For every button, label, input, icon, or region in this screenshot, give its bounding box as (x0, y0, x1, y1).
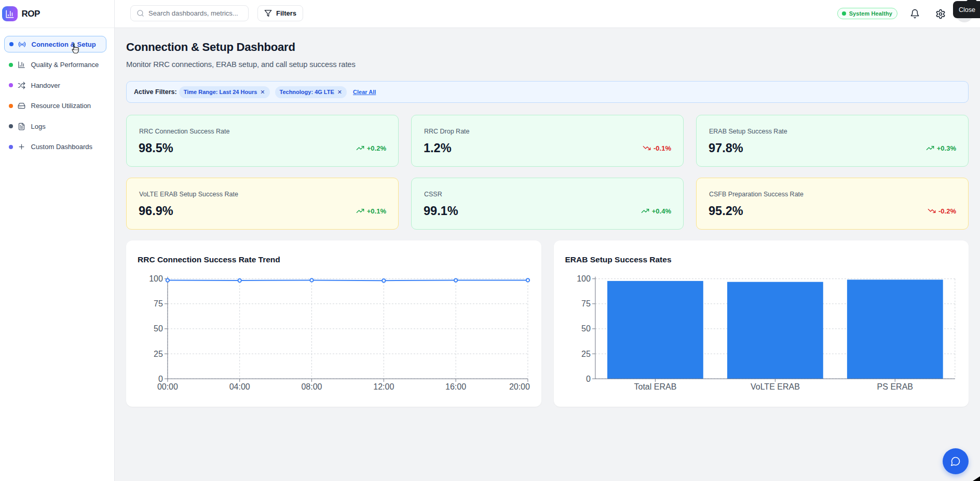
svg-text:12:00: 12:00 (373, 382, 394, 391)
svg-text:100: 100 (149, 274, 163, 283)
svg-text:50: 50 (581, 324, 591, 333)
svg-text:25: 25 (581, 349, 591, 358)
svg-text:100: 100 (577, 274, 591, 283)
svg-text:75: 75 (154, 299, 163, 308)
svg-text:20:00: 20:00 (509, 382, 530, 391)
svg-text:75: 75 (581, 299, 591, 308)
svg-text:VoLTE ERAB: VoLTE ERAB (750, 382, 799, 391)
svg-text:25: 25 (154, 349, 163, 358)
svg-text:50: 50 (154, 324, 163, 333)
svg-text:0: 0 (586, 374, 590, 383)
svg-text:08:00: 08:00 (301, 382, 322, 391)
svg-text:Total ERAB: Total ERAB (634, 382, 676, 391)
svg-text:04:00: 04:00 (229, 382, 250, 391)
svg-text:0: 0 (158, 374, 163, 383)
svg-text:PS ERAB: PS ERAB (877, 382, 913, 391)
svg-text:00:00: 00:00 (157, 382, 178, 391)
svg-text:16:00: 16:00 (445, 382, 466, 391)
